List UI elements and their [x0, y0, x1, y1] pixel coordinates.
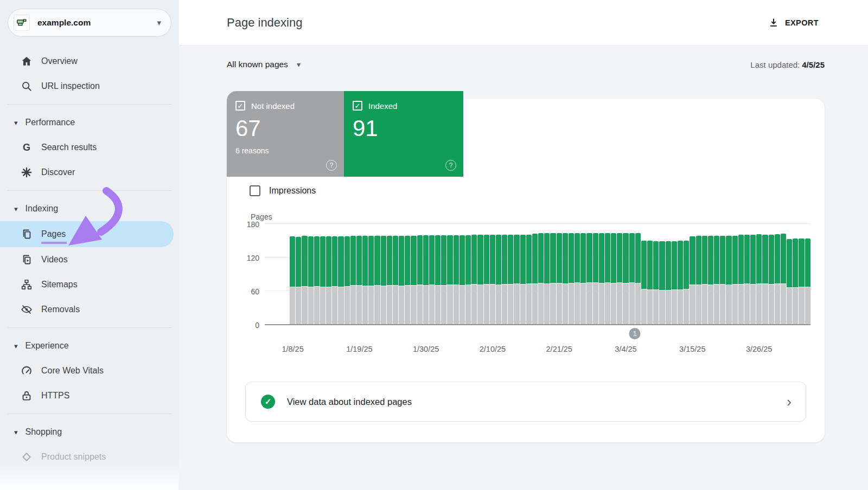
- chart-bar[interactable]: [756, 224, 762, 324]
- checkbox-checked-icon[interactable]: [235, 101, 245, 111]
- chart-bar[interactable]: [405, 224, 410, 324]
- chart-bar[interactable]: [599, 224, 604, 324]
- sidebar-item-discover[interactable]: Discover: [0, 160, 179, 185]
- chart-bar[interactable]: [684, 224, 689, 324]
- impressions-toggle[interactable]: Impressions: [250, 185, 316, 196]
- chart-bar[interactable]: [362, 224, 368, 324]
- chart-bar[interactable]: [793, 224, 798, 324]
- chart-bar[interactable]: [787, 224, 792, 324]
- chart-plot[interactable]: 1: [265, 224, 810, 325]
- chart-bar[interactable]: [344, 224, 350, 324]
- chart-bar[interactable]: [563, 224, 568, 324]
- chart-bar[interactable]: [623, 224, 628, 324]
- not-indexed-card[interactable]: Not indexed 67 6 reasons: [227, 91, 344, 177]
- chart-bar[interactable]: [411, 224, 416, 324]
- chart-bar[interactable]: [429, 224, 435, 324]
- chart-bar[interactable]: [629, 224, 635, 324]
- chart-bar[interactable]: [508, 224, 513, 324]
- checkbox-unchecked-icon[interactable]: [250, 185, 260, 196]
- chart-bar[interactable]: [393, 224, 398, 324]
- chart-bar[interactable]: [738, 224, 744, 324]
- indexed-card[interactable]: Indexed 91: [344, 91, 463, 177]
- chart-bar[interactable]: [496, 224, 501, 324]
- chart-bar[interactable]: [387, 224, 392, 324]
- chart-bar[interactable]: [338, 224, 343, 324]
- page-filter-dropdown[interactable]: All known pages: [227, 60, 301, 69]
- chart-bar[interactable]: [762, 224, 768, 324]
- sidebar-section-indexing[interactable]: Indexing: [0, 196, 179, 221]
- chart-bar[interactable]: [526, 224, 532, 324]
- chart-bar[interactable]: [544, 224, 550, 324]
- chart-bar[interactable]: [672, 224, 677, 324]
- chart-bar[interactable]: [720, 224, 725, 324]
- help-icon[interactable]: [445, 160, 456, 171]
- chart-bar[interactable]: [350, 224, 356, 324]
- chart-bar[interactable]: [575, 224, 580, 324]
- chart-bar[interactable]: [593, 224, 598, 324]
- chart-bar[interactable]: [465, 224, 471, 324]
- chart-bars[interactable]: [290, 224, 810, 324]
- chart-bar[interactable]: [580, 224, 586, 324]
- chart-bar[interactable]: [532, 224, 538, 324]
- sidebar-item-https[interactable]: HTTPS: [0, 383, 179, 408]
- chart-bar[interactable]: [714, 224, 719, 324]
- sidebar-item-search-results[interactable]: GSearch results: [0, 135, 179, 160]
- chart-bar[interactable]: [781, 224, 786, 324]
- export-button[interactable]: EXPORT: [768, 17, 819, 28]
- chart-bar[interactable]: [799, 224, 804, 324]
- chart-bar[interactable]: [569, 224, 574, 324]
- chart-bar[interactable]: [659, 224, 665, 324]
- sidebar-item-core-web-vitals[interactable]: Core Web Vitals: [0, 358, 179, 383]
- sidebar-item-url-inspection[interactable]: URL inspection: [0, 74, 179, 99]
- sidebar-section-performance[interactable]: Performance: [0, 110, 179, 135]
- chart-bar[interactable]: [441, 224, 446, 324]
- chart-bar[interactable]: [454, 224, 459, 324]
- chart-bar[interactable]: [744, 224, 750, 324]
- chart-bar[interactable]: [696, 224, 701, 324]
- chart-bar[interactable]: [750, 224, 756, 324]
- chart-bar[interactable]: [550, 224, 556, 324]
- sidebar-item-sitemaps[interactable]: Sitemaps: [0, 272, 179, 297]
- help-icon[interactable]: [326, 160, 337, 171]
- chart-bar[interactable]: [708, 224, 713, 324]
- checkbox-checked-icon[interactable]: [353, 101, 362, 111]
- chart-bar[interactable]: [417, 224, 423, 324]
- chart-bar[interactable]: [690, 224, 695, 324]
- chart-bar[interactable]: [332, 224, 337, 324]
- chart-bar[interactable]: [641, 224, 647, 324]
- chart-bar[interactable]: [290, 224, 295, 324]
- chart-bar[interactable]: [381, 224, 386, 324]
- chart-bar[interactable]: [356, 224, 362, 324]
- chart-bar[interactable]: [605, 224, 610, 324]
- chart-bar[interactable]: [635, 224, 641, 324]
- chart-annotation-marker[interactable]: 1: [629, 328, 641, 339]
- chart-bar[interactable]: [435, 224, 441, 324]
- not-indexed-reasons[interactable]: 6 reasons: [235, 146, 335, 155]
- sidebar-section-experience[interactable]: Experience: [0, 333, 179, 358]
- sidebar-item-overview[interactable]: Overview: [0, 49, 179, 74]
- chart-bar[interactable]: [653, 224, 659, 324]
- chart-bar[interactable]: [666, 224, 671, 324]
- chart-bar[interactable]: [557, 224, 562, 324]
- sidebar-section-shopping[interactable]: Shopping: [0, 420, 179, 444]
- chart-bar[interactable]: [502, 224, 507, 324]
- chart-bar[interactable]: [678, 224, 683, 324]
- property-selector[interactable]: example.com: [8, 9, 171, 37]
- chart-bar[interactable]: [611, 224, 616, 324]
- chart-bar[interactable]: [423, 224, 429, 324]
- chart-bar[interactable]: [484, 224, 489, 324]
- sidebar-item-product-snippets[interactable]: Product snippets: [0, 444, 179, 469]
- view-indexed-data-row[interactable]: View data about indexed pages: [245, 382, 806, 422]
- chart-bar[interactable]: [538, 224, 544, 324]
- chart-bar[interactable]: [769, 224, 774, 324]
- chart-bar[interactable]: [471, 224, 477, 324]
- chart-bar[interactable]: [459, 224, 465, 324]
- chart-bar[interactable]: [447, 224, 452, 324]
- sidebar-item-videos[interactable]: Videos: [0, 247, 179, 272]
- chart-bar[interactable]: [617, 224, 622, 324]
- chart-bar[interactable]: [399, 224, 404, 324]
- chart-bar[interactable]: [302, 224, 307, 324]
- chart-bar[interactable]: [374, 224, 380, 324]
- chart-bar[interactable]: [296, 224, 301, 324]
- chart-bar[interactable]: [490, 224, 495, 324]
